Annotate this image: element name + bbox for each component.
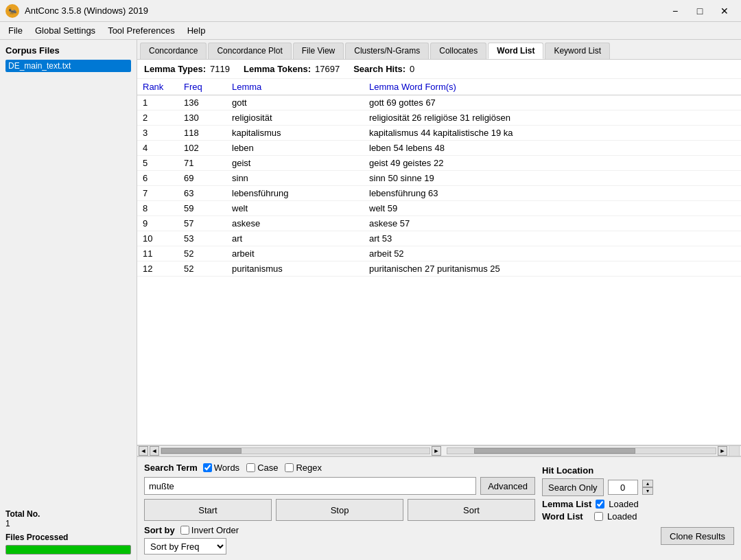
col-forms[interactable]: Lemma Word Form(s) — [364, 79, 741, 95]
cell-freq: 52 — [178, 246, 226, 261]
cell-rank: 12 — [137, 261, 178, 277]
cell-lemma: art — [226, 231, 364, 246]
hit-spinner-down[interactable]: ▾ — [642, 487, 653, 495]
scroll-track-right[interactable] — [447, 447, 716, 454]
bottom-controls: Search Term Words Case — [137, 456, 741, 560]
lemma-types-stat: Lemma Types: 7119 — [144, 64, 230, 74]
minimize-button[interactable]: − — [664, 2, 686, 20]
corpus-file-item[interactable]: DE_main_text.txt — [5, 60, 131, 72]
cell-forms: gott 69 gottes 67 — [364, 95, 741, 110]
invert-order-checkbox[interactable] — [180, 526, 189, 535]
scroll-right-arrow[interactable]: ► — [718, 446, 727, 456]
hit-value-input[interactable] — [608, 480, 638, 495]
window-controls: − □ ✕ — [664, 2, 736, 20]
case-checkbox[interactable] — [246, 463, 255, 472]
menu-file[interactable]: File — [3, 24, 28, 37]
words-checkbox[interactable] — [203, 463, 212, 472]
scroll-prev-arrow[interactable]: ◄ — [150, 446, 159, 456]
tab-clusters-ngrams[interactable]: Clusters/N-Grams — [345, 43, 429, 59]
window-title: AntConc 3.5.8 (Windows) 2019 — [25, 5, 664, 16]
cell-rank: 3 — [137, 126, 178, 141]
cell-freq: 59 — [178, 201, 226, 216]
table-row: 3 118 kapitalismus kapitalismus 44 kapit… — [137, 126, 741, 141]
results-table: Rank Freq Lemma Lemma Word Form(s) 1 136… — [137, 79, 741, 277]
sort-select-row: Sort by Freq Sort by Rank Sort by Lemma — [144, 538, 535, 555]
total-no-label: Total No. — [5, 509, 131, 519]
checkbox-group: Words Case Regex — [203, 463, 322, 473]
search-hits-value: 0 — [410, 64, 414, 74]
tab-file-view[interactable]: File View — [293, 43, 344, 59]
table-row: 4 102 leben leben 54 lebens 48 — [137, 141, 741, 156]
table-scrollbar[interactable]: ◄ ◄ ► ► — [137, 445, 741, 456]
right-controls: Hit Location Search Only ▴ ▾ Lemma List … — [542, 463, 734, 555]
results-table-container[interactable]: Rank Freq Lemma Lemma Word Form(s) 1 136… — [137, 79, 741, 445]
col-lemma[interactable]: Lemma — [226, 79, 364, 95]
case-checkbox-label[interactable]: Case — [246, 463, 278, 473]
scroll-thumb-left — [161, 448, 242, 454]
regex-checkbox-label[interactable]: Regex — [285, 463, 322, 473]
cell-lemma: geist — [226, 156, 364, 171]
hit-location-title: Hit Location — [542, 465, 734, 476]
col-rank[interactable]: Rank — [137, 79, 178, 95]
regex-checkbox[interactable] — [285, 463, 294, 472]
words-label: Words — [214, 463, 239, 473]
stop-button[interactable]: Stop — [276, 499, 403, 521]
cell-lemma: askese — [226, 216, 364, 231]
cell-rank: 2 — [137, 110, 178, 126]
maximize-button[interactable]: □ — [689, 2, 711, 20]
files-processed-label: Files Processed — [5, 533, 131, 542]
close-button[interactable]: ✕ — [714, 2, 736, 20]
cell-freq: 118 — [178, 126, 226, 141]
sort-select[interactable]: Sort by Freq Sort by Rank Sort by Lemma — [144, 538, 226, 555]
cell-rank: 11 — [137, 246, 178, 261]
tab-collocates[interactable]: Collocates — [430, 43, 486, 59]
lemma-types-label: Lemma Types: — [144, 64, 206, 74]
invert-order-label[interactable]: Invert Order — [180, 525, 239, 535]
tab-concordance[interactable]: Concordance — [140, 43, 207, 59]
scroll-left-arrow[interactable]: ◄ — [139, 446, 148, 456]
table-row: 8 59 welt welt 59 — [137, 201, 741, 216]
scroll-track-left[interactable] — [161, 447, 430, 454]
menu-help[interactable]: Help — [182, 24, 211, 37]
hit-spinner-up[interactable]: ▴ — [642, 480, 653, 487]
word-list-row: Word List Loaded — [542, 511, 734, 522]
search-term-row: Search Term Words Case — [144, 463, 535, 473]
scroll-next-arrow[interactable]: ► — [432, 446, 441, 456]
sort-row: Sort by Invert Order — [144, 525, 535, 535]
search-input[interactable] — [144, 477, 476, 495]
lemma-list-checkbox[interactable] — [596, 500, 604, 509]
main-layout: Corpus Files DE_main_text.txt Total No. … — [0, 40, 741, 560]
search-term-label: Search Term — [144, 463, 198, 473]
cell-lemma: welt — [226, 201, 364, 216]
files-processed-bar — [5, 545, 131, 555]
menu-tool-preferences[interactable]: Tool Preferences — [102, 24, 180, 37]
cell-lemma: kapitalismus — [226, 126, 364, 141]
cell-rank: 4 — [137, 141, 178, 156]
word-list-checkbox[interactable] — [594, 512, 603, 521]
tab-keyword-list[interactable]: Keyword List — [545, 43, 610, 59]
cell-forms: arbeit 52 — [364, 246, 741, 261]
table-row: 11 52 arbeit arbeit 52 — [137, 246, 741, 261]
menu-global-settings[interactable]: Global Settings — [30, 24, 101, 37]
cell-rank: 1 — [137, 95, 178, 110]
advanced-button[interactable]: Advanced — [480, 477, 535, 495]
cell-freq: 102 — [178, 141, 226, 156]
table-row: 7 63 lebensführung lebensführung 63 — [137, 186, 741, 201]
scroll-thumb-right — [474, 448, 635, 454]
sidebar-corpus-files-title: Corpus Files — [5, 45, 131, 56]
start-button[interactable]: Start — [144, 499, 272, 521]
tab-concordance-plot[interactable]: Concordance Plot — [208, 43, 291, 59]
tab-bar: Concordance Concordance Plot File View C… — [137, 40, 741, 60]
tab-word-list[interactable]: Word List — [488, 43, 543, 59]
search-only-button[interactable]: Search Only — [542, 478, 604, 496]
cell-forms: puritanischen 27 puritanismus 25 — [364, 261, 741, 277]
lemma-tokens-label: Lemma Tokens: — [244, 64, 311, 74]
col-freq[interactable]: Freq — [178, 79, 226, 95]
action-buttons-row: Start Stop Sort — [144, 499, 535, 521]
words-checkbox-label[interactable]: Words — [203, 463, 239, 473]
left-controls: Search Term Words Case — [144, 463, 535, 555]
lemma-list-row: Lemma List Loaded — [542, 499, 734, 509]
sort-button[interactable]: Sort — [408, 499, 535, 521]
clone-results-button[interactable]: Clone Results — [661, 527, 734, 545]
table-row: 10 53 art art 53 — [137, 231, 741, 246]
